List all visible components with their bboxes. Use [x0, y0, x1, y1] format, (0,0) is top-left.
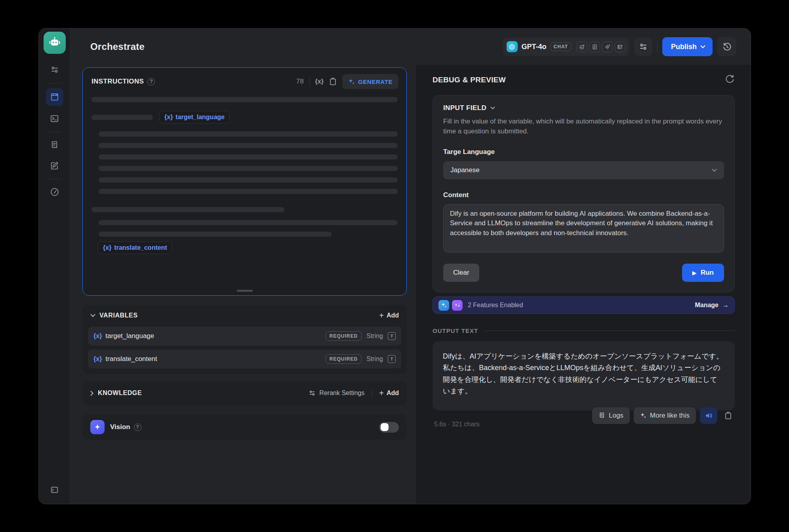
string-type-icon[interactable]: T: [388, 332, 396, 340]
rail-divider: [48, 179, 62, 179]
chevron-down-icon[interactable]: [90, 314, 95, 317]
rail-divider: [48, 83, 62, 84]
orchestrate-tab-icon[interactable]: [46, 88, 63, 106]
document-capability-icon: [589, 42, 600, 52]
svg-text:T: T: [455, 303, 457, 307]
left-rail: [39, 28, 71, 504]
chevron-down-icon: [712, 167, 717, 174]
rail-divider: [48, 132, 62, 132]
content-textarea[interactable]: Dify is an open-source platform for buil…: [443, 204, 724, 253]
variables-section: VARIABLES +Add {x} target_language REQUI…: [82, 305, 407, 374]
play-icon: ▶: [692, 270, 696, 276]
add-knowledge-button[interactable]: +Add: [379, 389, 399, 398]
sliders-icon: [309, 390, 316, 397]
skeleton-line: [99, 232, 332, 237]
variable-row[interactable]: {x} translate_content REQUIRED String T: [88, 350, 401, 369]
clear-button[interactable]: Clear: [443, 264, 479, 282]
model-name: GPT-4o: [522, 43, 547, 51]
knowledge-title: KNOWLEDGE: [98, 390, 142, 397]
chevron-down-icon: [700, 45, 705, 49]
plus-icon: +: [379, 389, 384, 398]
run-button[interactable]: ▶ Run: [682, 264, 724, 282]
annotation-edit-icon[interactable]: [47, 158, 63, 173]
orchestrate-workspace: INSTRUCTIONS ? 78 {x}: [71, 65, 416, 504]
variable-glyph: {x}: [103, 244, 111, 251]
model-parameters-button[interactable]: [634, 38, 652, 56]
output-meta: 5.6s · 321 chars: [434, 421, 480, 428]
monitoring-gauge-icon[interactable]: [47, 184, 63, 200]
skeleton-line: [99, 154, 398, 160]
app-avatar-robot-icon[interactable]: [44, 32, 66, 54]
skeleton-line: [99, 131, 398, 137]
features-count-text: 2 Features Enabled: [468, 302, 523, 309]
instructions-editor[interactable]: INSTRUCTIONS ? 78 {x}: [82, 67, 407, 296]
chat-mode-badge: CHAT: [551, 42, 571, 51]
logs-document-icon[interactable]: [47, 137, 63, 153]
history-button[interactable]: [717, 37, 736, 56]
toggle-knob: [381, 423, 389, 431]
generate-button[interactable]: GENERATE: [342, 74, 398, 89]
input-field-title: INPUT FIELD: [443, 104, 486, 112]
vision-feature-icon: [90, 420, 105, 434]
collapse-sidebar-icon[interactable]: [47, 482, 63, 498]
model-selector[interactable]: GPT-4o CHAT: [503, 38, 629, 56]
knowledge-section: KNOWLEDGE Rerank Settings +Add: [82, 381, 407, 405]
variable-chip-target-language[interactable]: {x} target_language: [159, 111, 230, 124]
sliders-icon[interactable]: [47, 62, 63, 78]
variables-title: VARIABLES: [99, 312, 138, 319]
target-language-select[interactable]: Japanese: [443, 161, 724, 179]
features-enabled-bar[interactable]: T 2 Features Enabled Manage →: [433, 296, 735, 314]
vision-help-icon[interactable]: ?: [134, 424, 141, 431]
terminal-icon[interactable]: [47, 110, 63, 126]
variable-glyph: {x}: [93, 332, 102, 340]
skeleton-line: [99, 189, 398, 194]
chevron-right-icon[interactable]: [90, 391, 94, 396]
target-language-value: Japanese: [450, 166, 480, 174]
text-to-speech-button[interactable]: [700, 407, 717, 424]
add-label: Add: [387, 390, 399, 397]
debug-title: DEBUG & PREVIEW: [433, 76, 506, 84]
vision-capability-icon: [577, 42, 587, 52]
logs-label: Logs: [609, 412, 623, 420]
variable-chip-translate-content[interactable]: {x} translate_content: [98, 241, 172, 254]
add-label: Add: [387, 312, 399, 319]
add-variable-button[interactable]: +Add: [379, 311, 399, 320]
more-like-this-button[interactable]: More like this: [634, 407, 696, 424]
vision-toggle[interactable]: [379, 422, 399, 433]
vision-label: Vision: [110, 423, 130, 431]
debug-preview-panel: DEBUG & PREVIEW INPUT FIELD Fill in the …: [416, 65, 751, 504]
publish-label: Publish: [671, 43, 697, 51]
generate-label: GENERATE: [358, 78, 393, 85]
manage-label: Manage: [695, 302, 718, 309]
section-divider: [372, 389, 372, 397]
variable-glyph: {x}: [93, 355, 102, 363]
skeleton-line: [91, 97, 398, 102]
clipboard-icon: [724, 412, 732, 420]
publish-button[interactable]: Publish: [662, 37, 713, 56]
insert-variable-button[interactable]: {x}: [315, 78, 324, 85]
resize-drag-handle[interactable]: [237, 290, 253, 292]
rerank-settings-button[interactable]: Rerank Settings: [309, 390, 364, 397]
manage-features-button[interactable]: Manage →: [695, 302, 729, 309]
instructions-help-icon[interactable]: ?: [147, 78, 155, 86]
required-badge: REQUIRED: [326, 331, 362, 341]
variable-type: String: [366, 355, 383, 363]
output-text: Difyは、AIアプリケーションを構築するためのオープンソースプラットフォームで…: [443, 351, 724, 397]
skeleton-line: [91, 207, 284, 212]
input-field-description: Fill in the value of the variable, which…: [443, 117, 724, 136]
input-field-header[interactable]: INPUT FIELD: [443, 104, 724, 112]
skeleton-line: [99, 143, 398, 148]
video-capability-icon: [615, 42, 625, 52]
sparkle-icon: [348, 78, 355, 85]
logs-button[interactable]: Logs: [592, 407, 630, 424]
variable-glyph: {x}: [164, 114, 173, 121]
restart-refresh-icon[interactable]: [725, 74, 735, 86]
target-language-label: Targe Language: [443, 148, 724, 156]
skeleton-line: [99, 177, 398, 182]
audio-capability-icon: [602, 42, 613, 52]
copy-output-button[interactable]: [721, 407, 735, 424]
variable-row[interactable]: {x} target_language REQUIRED String T: [88, 327, 401, 346]
copy-prompt-icon[interactable]: [329, 78, 337, 86]
string-type-icon[interactable]: T: [388, 355, 396, 363]
sparkles-feature-icon: [438, 300, 449, 311]
